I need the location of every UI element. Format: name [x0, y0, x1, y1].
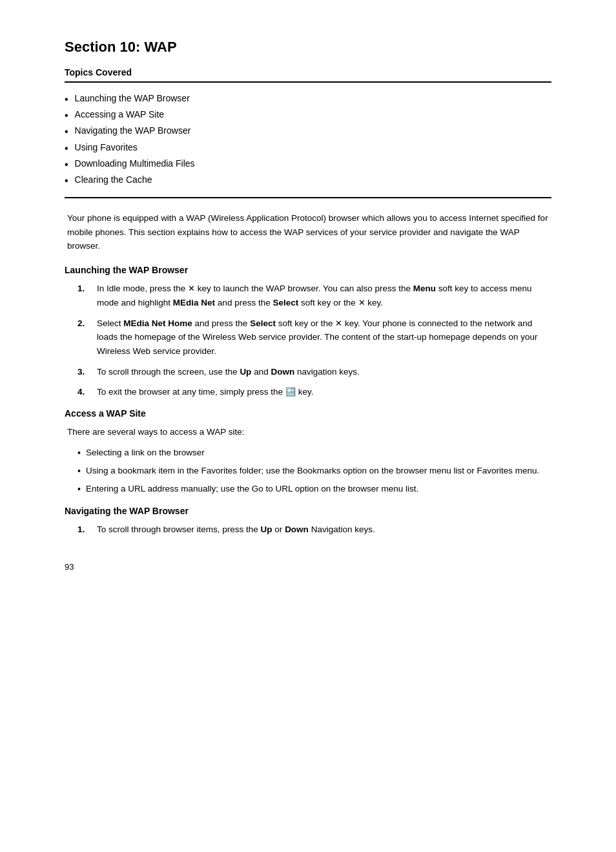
subsection-heading-navigating: Navigating the WAP Browser	[65, 506, 551, 516]
list-item: Navigating the WAP Browser	[65, 125, 551, 138]
list-item: Using a bookmark item in the Favorites f…	[77, 464, 551, 478]
launching-steps: 1. In Idle mode, press the ✕ key to laun…	[77, 282, 551, 399]
end-key-icon: 🔚	[285, 386, 296, 399]
subsection-heading-launching: Launching the WAP Browser	[65, 265, 551, 275]
list-item: Entering a URL address manually; use the…	[77, 482, 551, 496]
list-item: Launching the WAP Browser	[65, 93, 551, 105]
page-number: 93	[65, 562, 551, 572]
topics-covered-label: Topics Covered	[65, 67, 551, 78]
list-item: 1. To scroll through browser items, pres…	[77, 523, 551, 537]
list-item: Clearing the Cache	[65, 174, 551, 187]
list-item: Downloading Multimedia Files	[65, 158, 551, 171]
divider-top	[65, 81, 551, 83]
divider-bottom	[65, 197, 551, 198]
subsection-heading-access: Access a WAP Site	[65, 408, 551, 419]
list-item: Using Favorites	[65, 142, 551, 154]
list-item: 1. In Idle mode, press the ✕ key to laun…	[77, 282, 551, 310]
menu-key-icon: ✕	[188, 282, 195, 296]
select-key-icon: ✕	[358, 296, 365, 310]
list-item: Accessing a WAP Site	[65, 109, 551, 121]
topics-list: Launching the WAP Browser Accessing a WA…	[65, 93, 551, 187]
access-steps: Selecting a link on the browser Using a …	[77, 446, 551, 497]
section-title: Section 10: WAP	[65, 39, 551, 56]
navigating-steps: 1. To scroll through browser items, pres…	[77, 523, 551, 537]
list-item: 4. To exit the browser at any time, simp…	[77, 385, 551, 399]
list-item: Selecting a link on the browser	[77, 446, 551, 460]
intro-paragraph: Your phone is equipped with a WAP (Wirel…	[65, 211, 551, 253]
access-intro: There are several ways to access a WAP s…	[65, 425, 551, 439]
list-item: 3. To scroll through the screen, use the…	[77, 365, 551, 379]
list-item: 2. Select MEdia Net Home and press the S…	[77, 317, 551, 358]
page-container: Section 10: WAP Topics Covered Launching…	[0, 0, 616, 610]
select-key-icon-2: ✕	[335, 317, 342, 331]
